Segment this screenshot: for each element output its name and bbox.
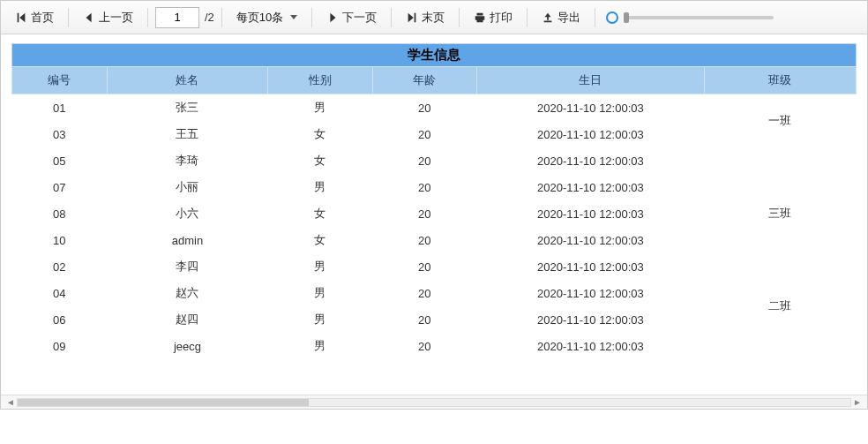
separator xyxy=(595,8,595,27)
page-size-label: 每页10条 xyxy=(236,10,283,26)
print-button[interactable]: 打印 xyxy=(467,7,520,28)
prev-page-icon xyxy=(83,11,95,24)
cell-age: 20 xyxy=(372,94,476,122)
cell-id: 02 xyxy=(12,253,108,280)
cell-name: 李四 xyxy=(107,253,268,280)
table-title: 学生信息 xyxy=(11,43,857,66)
cell-id: 05 xyxy=(12,147,108,174)
loading-icon xyxy=(606,11,618,24)
last-page-button[interactable]: 末页 xyxy=(399,7,452,28)
scroll-left-arrow[interactable]: ◄ xyxy=(4,397,17,407)
cell-class xyxy=(704,333,856,359)
cell-birthday: 2020-11-10 12:00:03 xyxy=(476,200,704,227)
cell-birthday: 2020-11-10 12:00:03 xyxy=(476,174,704,200)
export-icon xyxy=(542,11,554,24)
cell-name: admin xyxy=(107,227,268,253)
table-row[interactable]: 08小六女202020-11-10 12:00:03三班 xyxy=(12,200,857,227)
next-page-icon xyxy=(326,11,339,24)
scroll-right-arrow[interactable]: ► xyxy=(851,397,864,407)
cell-sex: 男 xyxy=(268,94,372,122)
table-row[interactable]: 02李四男202020-11-10 12:00:03 xyxy=(12,253,857,280)
prev-page-button[interactable]: 上一页 xyxy=(76,7,140,28)
next-page-button[interactable]: 下一页 xyxy=(319,7,384,28)
next-page-label: 下一页 xyxy=(342,10,377,26)
cell-birthday: 2020-11-10 12:00:03 xyxy=(476,121,704,147)
table-row[interactable]: 05李琦女202020-11-10 12:00:03 xyxy=(12,147,857,174)
cell-sex: 男 xyxy=(268,333,372,359)
cell-class xyxy=(704,174,856,200)
col-age[interactable]: 年龄 xyxy=(372,67,476,94)
export-button[interactable]: 导出 xyxy=(535,7,587,28)
cell-birthday: 2020-11-10 12:00:03 xyxy=(476,227,704,253)
separator xyxy=(311,8,312,27)
separator xyxy=(391,8,392,27)
cell-id: 06 xyxy=(12,306,108,333)
export-label: 导出 xyxy=(557,10,580,26)
content-area: 学生信息 编号 姓名 性别 年龄 生日 班级 01张三男202020-11-10… xyxy=(1,34,867,395)
table-row[interactable]: 10admin女202020-11-10 12:00:03 xyxy=(12,227,857,253)
cell-name: 赵四 xyxy=(107,306,268,333)
slider-thumb[interactable] xyxy=(624,12,629,23)
scroll-track[interactable] xyxy=(17,398,851,407)
page-size-button[interactable]: 每页10条 xyxy=(229,7,304,28)
cell-name: 张三 xyxy=(107,94,268,122)
table-header-row: 编号 姓名 性别 年龄 生日 班级 xyxy=(12,67,857,94)
cell-age: 20 xyxy=(372,306,476,333)
table-row[interactable]: 04赵六男202020-11-10 12:00:03二班 xyxy=(12,280,857,306)
horizontal-scrollbar[interactable]: ◄ ► xyxy=(1,395,867,409)
page-number-input[interactable] xyxy=(155,7,199,28)
cell-class xyxy=(704,147,856,174)
prev-page-label: 上一页 xyxy=(99,10,133,26)
cell-sex: 男 xyxy=(268,306,372,333)
cell-name: 李琦 xyxy=(107,147,268,174)
cell-sex: 男 xyxy=(268,280,372,306)
cell-age: 20 xyxy=(372,174,476,200)
cell-birthday: 2020-11-10 12:00:03 xyxy=(476,147,704,174)
cell-sex: 男 xyxy=(268,174,372,200)
scroll-thumb[interactable] xyxy=(18,399,309,406)
cell-class: 一班 xyxy=(704,94,856,148)
cell-class: 三班 xyxy=(704,200,856,227)
cell-id: 07 xyxy=(12,174,108,200)
cell-id: 09 xyxy=(12,333,108,359)
separator xyxy=(68,8,69,27)
cell-birthday: 2020-11-10 12:00:03 xyxy=(476,333,704,359)
cell-sex: 女 xyxy=(268,121,372,147)
cell-id: 10 xyxy=(12,227,108,253)
student-table: 编号 姓名 性别 年龄 生日 班级 01张三男202020-11-10 12:0… xyxy=(11,66,857,359)
separator xyxy=(459,8,460,27)
table-row[interactable]: 07小丽男202020-11-10 12:00:03 xyxy=(12,174,857,200)
cell-id: 08 xyxy=(12,200,108,227)
cell-name: 小丽 xyxy=(107,174,268,200)
page-total-label: /2 xyxy=(205,11,214,24)
first-page-icon xyxy=(15,11,27,24)
cell-name: jeecg xyxy=(107,333,268,359)
cell-birthday: 2020-11-10 12:00:03 xyxy=(476,94,704,122)
cell-class xyxy=(704,227,856,253)
col-class[interactable]: 班级 xyxy=(704,67,856,94)
col-name[interactable]: 姓名 xyxy=(107,67,268,94)
cell-age: 20 xyxy=(372,200,476,227)
cell-age: 20 xyxy=(372,147,476,174)
app-window: 首页 上一页 /2 每页10条 下一页 末 xyxy=(0,0,868,410)
table-row[interactable]: 01张三男202020-11-10 12:00:03一班 xyxy=(12,94,857,122)
col-id[interactable]: 编号 xyxy=(12,67,108,94)
cell-birthday: 2020-11-10 12:00:03 xyxy=(476,306,704,333)
cell-age: 20 xyxy=(372,333,476,359)
first-page-label: 首页 xyxy=(31,10,54,26)
cell-sex: 男 xyxy=(268,253,372,280)
table-row[interactable]: 09jeecg男202020-11-10 12:00:03 xyxy=(12,333,857,359)
cell-id: 04 xyxy=(12,280,108,306)
separator xyxy=(221,8,222,27)
zoom-slider[interactable] xyxy=(606,11,774,24)
cell-birthday: 2020-11-10 12:00:03 xyxy=(476,280,704,306)
first-page-button[interactable]: 首页 xyxy=(8,7,61,28)
table-body: 01张三男202020-11-10 12:00:03一班03王五女202020-… xyxy=(12,94,857,360)
separator xyxy=(147,8,148,27)
chevron-down-icon xyxy=(290,15,297,19)
col-birthday[interactable]: 生日 xyxy=(476,67,704,94)
slider-track[interactable] xyxy=(624,16,774,19)
cell-age: 20 xyxy=(372,280,476,306)
col-sex[interactable]: 性别 xyxy=(268,67,372,94)
cell-name: 小六 xyxy=(107,200,268,227)
